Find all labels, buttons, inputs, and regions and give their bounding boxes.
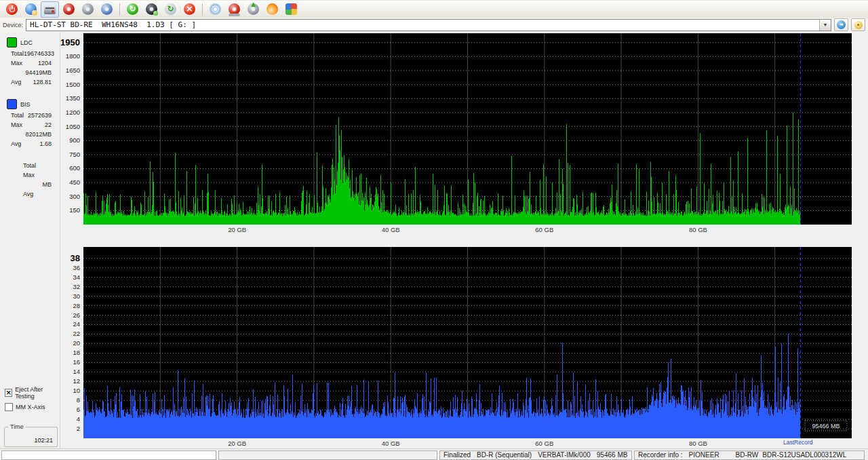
stat-value: 2572639 <box>28 112 52 119</box>
chevron-down-icon[interactable]: ▼ <box>819 20 831 31</box>
ldc-stat-row: 94419MB <box>11 69 52 76</box>
stat-key: Max <box>11 121 22 128</box>
device-label: Device: <box>3 22 23 28</box>
y-tick-label: 22 <box>73 330 80 337</box>
toolbar <box>0 1 868 18</box>
x-tick-label: 80 GB <box>683 440 713 447</box>
x-tick-label: 40 GB <box>376 440 406 447</box>
stat-value: 22 <box>45 121 52 128</box>
recorder-vendor: PIONEER <box>689 451 719 459</box>
ldc-stat-row: Max1204 <box>11 60 52 66</box>
burn-button[interactable] <box>225 1 243 18</box>
disc-quality-test-button[interactable] <box>41 1 59 18</box>
checkbox-mm-x-axis[interactable]: MM X-Axis <box>5 403 60 411</box>
toolbar-separator <box>119 3 120 16</box>
erase-disc-icon <box>82 3 94 15</box>
refresh-button[interactable] <box>123 1 142 18</box>
y-tick-label: 1800 <box>66 52 80 60</box>
read-disc-icon <box>146 3 157 15</box>
scanned-size-label: 95466 MB <box>812 423 840 429</box>
stat-value: MB <box>43 181 52 188</box>
summary-legend: TotalMaxMBAvg <box>0 162 60 197</box>
charts-area: 1950180016501500135012001050900750600450… <box>60 32 868 449</box>
y-tick-label: 16 <box>73 358 80 366</box>
recorder-label: Recorder info : <box>638 451 683 459</box>
disc-state: Finalized <box>443 451 471 459</box>
ldc-chart-y-axis: 1950180016501500135012001050900750600450… <box>60 33 82 225</box>
device-combobox[interactable]: HL-DT-ST BD-RE WH16NS48 1.D3 [ G: ] ▼ <box>26 19 831 31</box>
bis-legend: BISTotal2572639Max2282012MBAvg1.68 <box>0 99 60 147</box>
stat-key: Avg <box>11 79 21 85</box>
lock-icon <box>854 21 863 29</box>
about-button[interactable] <box>282 1 300 18</box>
device-combobox-value: HL-DT-ST BD-RE WH16NS48 1.D3 [ G: ] <box>26 20 196 29</box>
time-label: Time <box>8 423 26 430</box>
write-disc-button[interactable] <box>60 1 78 18</box>
stop-button[interactable] <box>180 1 199 18</box>
stat-key: Total <box>11 50 24 57</box>
stat-value: 128.81 <box>33 79 52 85</box>
y-tick-label: 750 <box>69 151 80 158</box>
y-tick-label: 34 <box>73 273 80 281</box>
disc-quality-test-icon <box>44 5 56 14</box>
disc-media-id: VERBAT-IMk/000 <box>538 451 591 459</box>
eject-button[interactable] <box>244 1 262 18</box>
status-bar: Finalized BD-R (Sequential) VERBAT-IMk/0… <box>0 448 868 460</box>
ldc-legend: LDCTotal196746333Max120494419MBAvg128.81 <box>0 37 60 85</box>
lock-button[interactable] <box>851 18 865 31</box>
stat-key: Avg <box>11 140 21 147</box>
last-record-caption: LastRecord <box>783 439 812 446</box>
y-tick-label: 900 <box>69 136 80 144</box>
checkbox-eject-after-testing[interactable]: ×Eject After Testing <box>5 386 60 400</box>
y-tick-label: 1050 <box>66 123 80 130</box>
summary-stat-row: Avg <box>23 191 52 197</box>
power-button[interactable] <box>3 1 21 18</box>
y-tick-label: 2 <box>77 425 80 432</box>
erase-disc-button[interactable] <box>79 1 97 18</box>
checkbox-box[interactable]: × <box>5 389 12 397</box>
stat-value: 94419MB <box>25 69 52 76</box>
y-tick-label: 36 <box>73 264 80 271</box>
y-tick-label: 150 <box>69 206 80 214</box>
refresh-icon <box>127 3 138 15</box>
y-tick-label: 4 <box>77 415 80 423</box>
summary-stat-row: Total <box>23 162 52 169</box>
y-tick-label: 26 <box>73 311 80 319</box>
bis-stat-row: Max22 <box>11 121 52 128</box>
drive-pin-button[interactable] <box>22 1 40 18</box>
device-bar: Device: HL-DT-ST BD-RE WH16NS48 1.D3 [ G… <box>0 18 868 33</box>
ldc-color-swatch <box>7 37 17 47</box>
blank-disc-button[interactable] <box>206 1 224 18</box>
disc-type: BD-R (Sequential) <box>477 451 532 459</box>
x-tick-label: 40 GB <box>376 226 406 233</box>
y-tick-label: 12 <box>73 377 80 385</box>
blank-disc-icon <box>210 3 221 15</box>
stat-key: Max <box>11 60 22 66</box>
bis-chart-x-axis: 20 GB40 GB60 GB80 GB <box>83 440 852 449</box>
info-icon <box>837 20 846 29</box>
ldc-chart[interactable] <box>83 33 852 225</box>
power-icon <box>6 3 18 15</box>
start-test-button[interactable] <box>161 1 180 18</box>
bis-color-swatch <box>7 99 17 109</box>
speed-button[interactable] <box>263 1 281 18</box>
time-value: 102:21 <box>34 437 53 444</box>
bis-chart-y-axis: 3836343230282624222018161412108642 <box>60 247 82 438</box>
y-tick-label: 24 <box>73 320 80 328</box>
recorder-info-panel: Recorder info : PIONEER BD-RW BDR-S12USA… <box>634 451 865 460</box>
ldc-stat-row: Total196746333 <box>11 50 52 57</box>
bis-chart[interactable]: 95466 MB <box>83 247 852 438</box>
stat-value: 82012MB <box>25 131 52 138</box>
status-empty-panel <box>218 451 437 460</box>
y-tick-label: 8 <box>77 396 80 404</box>
verify-disc-button[interactable] <box>98 1 116 18</box>
write-disc-icon <box>63 3 75 15</box>
read-disc-button[interactable] <box>142 1 161 18</box>
stat-key: Avg <box>23 191 33 197</box>
stat-key: Total <box>11 112 24 119</box>
checkbox-box[interactable] <box>5 403 13 411</box>
y-tick-label: 10 <box>73 387 80 394</box>
stop-icon <box>184 3 195 15</box>
y-tick-label: 1650 <box>66 66 80 74</box>
drive-info-button[interactable] <box>834 18 848 31</box>
